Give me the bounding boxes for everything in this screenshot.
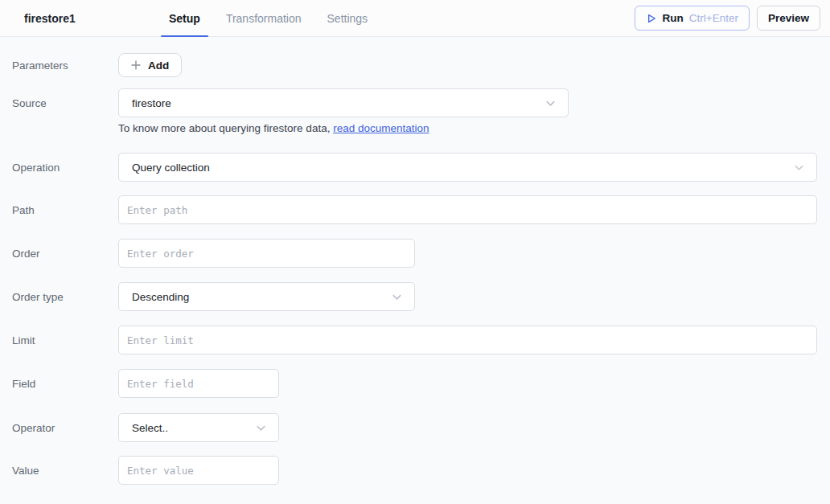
query-tabs: Setup Transformation Settings [161,0,385,36]
field-label: Field [12,369,118,398]
path-input[interactable] [118,195,817,224]
chevron-down-icon [255,422,267,434]
path-label: Path [12,195,118,224]
row-field: Field [12,369,817,398]
operator-label: Operator [12,413,118,442]
row-operation: Operation Query collection [12,153,817,182]
row-parameters: Parameters Add [12,53,817,77]
source-helper-prefix: To know more about querying firestore da… [118,122,333,134]
source-select[interactable]: firestore [118,88,569,117]
tab-settings[interactable]: Settings [319,0,376,36]
source-helper-text: To know more about querying firestore da… [118,122,569,134]
operation-select-value: Query collection [132,162,210,174]
operation-select[interactable]: Query collection [118,153,817,182]
row-operator: Operator Select.. [12,413,817,442]
read-documentation-link[interactable]: read documentation [333,122,429,134]
order-type-select-value: Descending [132,291,189,303]
source-select-value: firestore [132,97,171,109]
row-order-type: Order type Descending [12,282,817,311]
run-shortcut: Ctrl+Enter [689,12,738,24]
add-parameter-button[interactable]: Add [118,53,182,77]
operation-label: Operation [12,153,118,182]
tab-settings-label: Settings [327,12,368,25]
run-button-label: Run [663,12,684,24]
field-input[interactable] [118,369,279,398]
parameters-label: Parameters [12,53,118,77]
row-value: Value [12,456,817,485]
source-label: Source [12,88,118,117]
preview-button[interactable]: Preview [757,6,820,31]
run-button[interactable]: Run Ctrl+Enter [635,6,750,31]
tab-setup-label: Setup [169,12,200,25]
chevron-down-icon [391,291,403,303]
topbar-actions: Run Ctrl+Enter Preview [635,0,830,36]
operator-select[interactable]: Select.. [118,413,279,442]
operator-select-value: Select.. [132,422,168,434]
query-name: firestore1 [0,0,161,36]
row-order: Order [12,239,817,268]
play-icon [646,13,657,24]
chevron-down-icon [793,162,805,174]
value-label: Value [12,456,118,485]
row-limit: Limit [12,326,817,354]
tab-transformation[interactable]: Transformation [218,0,310,36]
order-label: Order [12,239,118,268]
plus-icon [131,60,141,70]
value-input[interactable] [118,456,279,485]
order-type-label: Order type [12,282,118,311]
limit-label: Limit [12,326,118,354]
tab-setup[interactable]: Setup [161,0,208,36]
query-setup-form: Parameters Add Source firestore To know … [0,37,830,485]
order-type-select[interactable]: Descending [118,282,415,311]
order-input[interactable] [118,239,415,268]
tab-transformation-label: Transformation [226,12,302,25]
chevron-down-icon [544,97,557,109]
row-source: Source firestore To know more about quer… [12,88,817,134]
limit-input[interactable] [118,326,817,354]
query-topbar: firestore1 Setup Transformation Settings… [0,0,830,37]
row-path: Path [12,195,817,224]
add-parameter-label: Add [148,59,169,72]
